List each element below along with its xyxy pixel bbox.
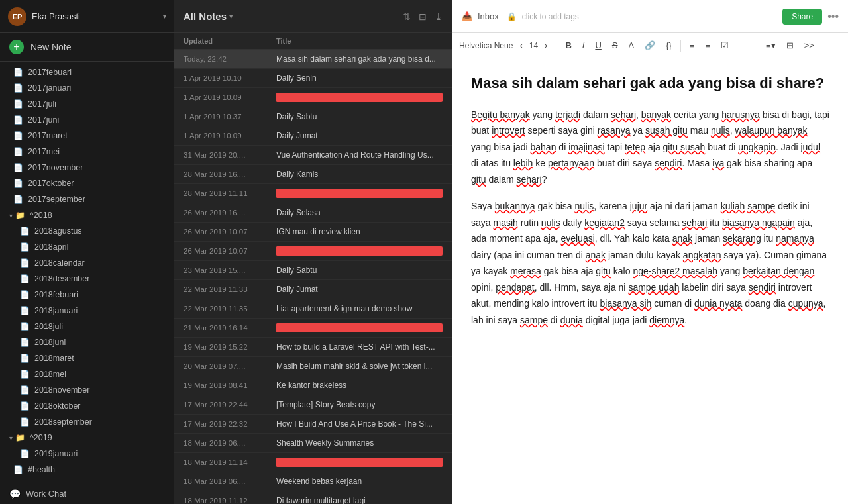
divider-button[interactable]: — <box>735 38 752 52</box>
font-family-selector[interactable]: Helvetica Neue <box>459 41 513 50</box>
user-menu-chevron[interactable]: ▾ <box>163 13 166 20</box>
align-button[interactable]: ≡▾ <box>762 38 780 52</box>
note-row[interactable]: 1 Apr 2019 10.10 Daily Senin <box>174 69 452 88</box>
work-chat-button[interactable]: 💬 Work Chat <box>0 483 174 504</box>
note-row[interactable]: 1 Apr 2019 10.09 ████████████████████ <box>174 88 452 107</box>
chat-icon: 💬 <box>9 489 21 499</box>
folder-icon: 📁 <box>15 433 25 442</box>
note-row[interactable]: 1 Apr 2019 10.09 Daily Jumat <box>174 126 452 146</box>
note-title: Weekend bebas kerjaan <box>276 477 443 486</box>
bold-button[interactable]: B <box>561 38 575 52</box>
export-icon[interactable]: ⤓ <box>435 11 443 22</box>
code-button[interactable]: {} <box>662 38 676 52</box>
sidebar-item-2018calendar[interactable]: 📄 2018calendar <box>0 255 174 271</box>
note-row[interactable]: 26 Mar 2019 10.07 ██████████████████████… <box>174 242 452 261</box>
note-row[interactable]: 1 Apr 2019 10.37 Daily Sabtu <box>174 107 452 126</box>
sidebar-item-2017febuari[interactable]: 📄 2017febuari <box>0 64 174 80</box>
underline-button[interactable]: U <box>591 38 605 52</box>
note-date: 23 Mar 2019 15.... <box>184 266 276 274</box>
note-row[interactable]: 19 Mar 2019 15.22 How to build a Laravel… <box>174 338 452 357</box>
bulleted-list-button[interactable]: ≡ <box>686 38 699 52</box>
sidebar-item-label: 2017januari <box>28 83 71 93</box>
toolbar-separator <box>680 40 681 52</box>
sidebar-item-2018september[interactable]: 📄 2018september <box>0 414 174 430</box>
note-row[interactable]: 18 Mar 2019 11.12 Di tawarin multitarget… <box>174 491 452 504</box>
sidebar-item-2017januari[interactable]: 📄 2017januari <box>0 80 174 96</box>
note-row[interactable]: 23 Mar 2019 15.... Daily Sabtu <box>174 261 452 280</box>
sidebar-item-label: 2017mei <box>28 147 60 156</box>
note-row[interactable]: 22 Mar 2019 11.35 Liat apartement & ign … <box>174 299 452 319</box>
note-row[interactable]: 26 Mar 2019 16.... Daily Selasa <box>174 203 452 223</box>
notes-list-header: All Notes ▾ ⇅ ⊟ ⤓ <box>174 0 452 33</box>
share-button[interactable]: Share <box>782 9 822 25</box>
sidebar-item-2018maret[interactable]: 📄 2018maret <box>0 350 174 366</box>
more-options-icon[interactable]: ••• <box>827 11 839 23</box>
sidebar-item-2017juli[interactable]: 📄 2017juli <box>0 96 174 112</box>
sidebar-item-2018januari[interactable]: 📄 2018januari <box>0 303 174 319</box>
editor-content[interactable]: Masa sih dalam sehari gak ada yang bisa … <box>452 58 848 504</box>
sidebar: EP Eka Prasasti ▾ + New Note 📄 2017febua… <box>0 0 174 504</box>
tags-input[interactable]: click to add tags <box>522 12 777 21</box>
sidebar-item-2018desember[interactable]: 📄 2018desember <box>0 271 174 287</box>
link-button[interactable]: 🔗 <box>641 38 659 52</box>
note-title: Liat apartement & ign mau demo show <box>276 304 443 313</box>
table-button[interactable]: ⊞ <box>782 38 798 52</box>
font-size-increase[interactable]: › <box>541 38 551 52</box>
sidebar-item-2018november[interactable]: 📄 2018november <box>0 382 174 398</box>
filter-icon[interactable]: ⇅ <box>403 11 411 22</box>
sidebar-item-2017mei[interactable]: 📄 2017mei <box>0 144 174 160</box>
note-row[interactable]: 21 Mar 2019 16.14 ███████████████████ <box>174 319 452 338</box>
sidebar-item-2018juni[interactable]: 📄 2018juni <box>0 334 174 350</box>
note-icon: 📄 <box>20 385 30 395</box>
note-row[interactable]: 26 Mar 2019 10.07 IGN mau di review klie… <box>174 223 452 242</box>
checkbox-button[interactable]: ☑ <box>717 38 733 52</box>
note-row[interactable]: 17 Mar 2019 22.44 [Template] Story Beats… <box>174 395 452 415</box>
sidebar-item-label: 2017november <box>28 163 83 172</box>
note-row[interactable]: 19 Mar 2019 08.41 Ke kantor brakeless <box>174 376 452 395</box>
note-row[interactable]: 18 Mar 2019 06.... Shealth Weekly Summar… <box>174 434 452 453</box>
sidebar-item-2017maret[interactable]: 📄 2017maret <box>0 128 174 144</box>
new-note-button[interactable]: + New Note <box>0 33 174 62</box>
note-row[interactable]: 20 Mar 2019 07.... Masih belum mahir ski… <box>174 357 452 376</box>
numbered-list-button[interactable]: ≡ <box>701 38 714 52</box>
sidebar-group-2018[interactable]: ▾ 📁 ^2018 <box>0 207 174 223</box>
sidebar-item-2018agustus[interactable]: 📄 2018agustus <box>0 223 174 239</box>
italic-button[interactable]: I <box>578 38 589 52</box>
sidebar-item-health[interactable]: 📄 #health <box>0 462 174 478</box>
note-row[interactable]: 31 Mar 2019 20.... Vue Authentication An… <box>174 146 452 165</box>
highlight-button[interactable]: A <box>625 38 639 52</box>
note-row[interactable]: 18 Mar 2019 11.14 ██████████████████████… <box>174 453 452 472</box>
view-icon[interactable]: ⊟ <box>419 11 427 22</box>
sidebar-item-2017september[interactable]: 📄 2017september <box>0 191 174 207</box>
editor-topbar: 📥 Inbox 🔒 click to add tags Share ••• <box>452 0 848 33</box>
note-row[interactable]: Today, 22.42 Masa sih dalam sehari gak a… <box>174 50 452 69</box>
note-row[interactable]: 28 Mar 2019 11.11 ████████████████████ <box>174 184 452 203</box>
note-row[interactable]: 18 Mar 2019 06.... Weekend bebas kerjaan <box>174 472 452 491</box>
note-title: How I Build And Use A Price Book - The S… <box>276 419 443 428</box>
note-title: Daily Jumat <box>276 285 443 294</box>
note-title-redacted: ████████████████████ <box>276 189 443 198</box>
avatar-initials: EP <box>13 13 23 21</box>
sidebar-content: 📄 2017febuari 📄 2017januari 📄 2017juli 📄… <box>0 62 174 483</box>
sidebar-item-2018april[interactable]: 📄 2018april <box>0 239 174 255</box>
toolbar-separator <box>556 40 556 52</box>
note-row[interactable]: 22 Mar 2019 11.33 Daily Jumat <box>174 280 452 299</box>
sidebar-item-label: 2018maret <box>34 354 74 363</box>
strikethrough-button[interactable]: S <box>608 38 622 52</box>
all-notes-title[interactable]: All Notes ▾ <box>184 11 403 22</box>
more-formatting-button[interactable]: >> <box>800 38 818 52</box>
sidebar-group-2019[interactable]: ▾ 📁 ^2019 <box>0 430 174 446</box>
sidebar-item-2019januari[interactable]: 📄 2019januari <box>0 446 174 462</box>
note-row[interactable]: 28 Mar 2019 16.... Daily Kamis <box>174 165 452 184</box>
font-size-decrease[interactable]: ‹ <box>515 38 526 52</box>
sidebar-item-2018oktober[interactable]: 📄 2018oktober <box>0 398 174 414</box>
note-body[interactable]: Begitu banyak yang terjadi dalam sehari,… <box>471 107 829 328</box>
note-row[interactable]: 17 Mar 2019 22.32 How I Build And Use A … <box>174 415 452 434</box>
sidebar-item-2018juli[interactable]: 📄 2018juli <box>0 319 174 334</box>
sidebar-item-2018febuari[interactable]: 📄 2018febuari <box>0 287 174 303</box>
sidebar-item-2017november[interactable]: 📄 2017november <box>0 160 174 176</box>
sidebar-item-2017juni[interactable]: 📄 2017juni <box>0 112 174 128</box>
sidebar-header[interactable]: EP Eka Prasasti ▾ <box>0 0 174 33</box>
sidebar-item-2018mei[interactable]: 📄 2018mei <box>0 366 174 382</box>
sidebar-item-2017oktober[interactable]: 📄 2017oktober <box>0 176 174 191</box>
